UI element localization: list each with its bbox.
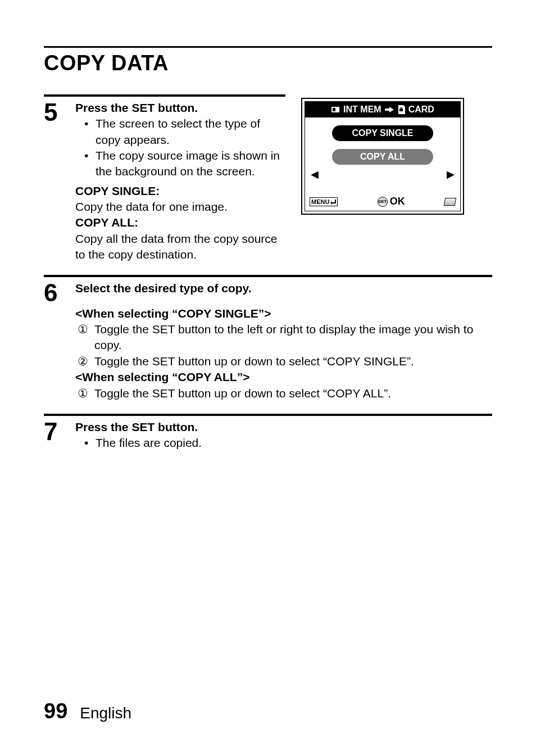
- step-5-left: 5 Press the SET button. • The screen to …: [44, 94, 285, 262]
- lcd-option-copy-all: COPY ALL: [332, 149, 433, 165]
- bullet-icon: •: [84, 116, 90, 148]
- bullet-icon: •: [84, 435, 90, 451]
- step-6-heading: Select the desired type of copy.: [75, 280, 492, 296]
- bullet-icon: •: [84, 148, 90, 180]
- step-5-wrap: 5 Press the SET button. • The screen to …: [44, 94, 492, 262]
- step-5-body: Press the SET button. • The screen to se…: [75, 100, 285, 262]
- step-6-sub-1-item-2-text: Toggle the SET button up or down to sele…: [94, 354, 414, 369]
- step-6-number: 6: [44, 280, 62, 305]
- corner-indicator-icon: [444, 198, 456, 206]
- copy-all-label: COPY ALL:: [75, 215, 285, 230]
- step-6-sub-1-item-1: ① Toggle the SET button to the left or r…: [75, 322, 492, 354]
- step-7-body: Press the SET button. • The files are co…: [75, 419, 492, 451]
- lcd-arrows: ◀ ▶: [305, 168, 460, 180]
- step-5-heading: Press the SET button.: [75, 100, 285, 116]
- arrow-right-icon: [385, 106, 394, 113]
- step-6-body: Select the desired type of copy. <When s…: [75, 280, 492, 401]
- lcd-header: INT MEM CARD: [305, 102, 460, 117]
- svg-rect-1: [333, 108, 335, 111]
- step-5: 5 Press the SET button. • The screen to …: [44, 100, 285, 262]
- int-mem-icon: [331, 106, 340, 114]
- rule-step-6: [44, 275, 492, 277]
- spacer: [75, 297, 492, 306]
- lcd-header-right: CARD: [408, 105, 434, 115]
- circled-2-icon: ②: [76, 354, 89, 369]
- triangle-left-icon: ◀: [311, 168, 319, 180]
- step-7-bullet-1: • The files are copied.: [75, 435, 492, 451]
- page-language: English: [80, 704, 131, 722]
- svg-rect-3: [401, 107, 402, 109]
- step-6-sub-2-item-1: ① Toggle the SET button up or down to se…: [75, 386, 492, 401]
- step-6-sub-1-item-1-text: Toggle the SET button to the left or rig…: [94, 322, 492, 354]
- step-5-definitions: COPY SINGLE: Copy the data for one image…: [75, 183, 285, 263]
- step-6-sub-2-item-1-text: Toggle the SET button up or down to sele…: [94, 386, 391, 401]
- sd-card-icon: [397, 105, 405, 114]
- circled-1-icon: ①: [76, 386, 89, 401]
- step-5-bullet-1-text: The screen to select the type of copy ap…: [96, 116, 285, 148]
- menu-label: MENU: [311, 198, 329, 205]
- back-arrow-icon: [330, 199, 336, 205]
- page-title: COPY DATA: [44, 51, 492, 75]
- step-7-number: 7: [44, 419, 62, 444]
- copy-all-text: Copy all the data from the copy source t…: [75, 231, 285, 263]
- set-icon: SET: [378, 197, 388, 207]
- circled-1-icon: ①: [76, 322, 89, 354]
- step-6-sub-2: <When selecting “COPY ALL”>: [75, 369, 492, 385]
- step-7-bullet-1-text: The files are copied.: [96, 435, 202, 451]
- menu-badge: MENU: [310, 197, 338, 206]
- ok-label: OK: [390, 196, 405, 207]
- page-number: 99: [44, 699, 67, 723]
- lcd-footer: MENU SET OK: [305, 196, 460, 207]
- step-5-bullet-1: • The screen to select the type of copy …: [75, 116, 285, 148]
- step-5-bullet-2-text: The copy source image is shown in the ba…: [96, 148, 285, 180]
- lcd-option-copy-single: COPY SINGLE: [332, 125, 433, 141]
- step-7-heading: Press the SET button.: [75, 419, 492, 435]
- step-6-sub-1-item-2: ② Toggle the SET button up or down to se…: [75, 354, 492, 369]
- step-5-bullet-2: • The copy source image is shown in the …: [75, 148, 285, 180]
- triangle-right-icon: ▶: [447, 168, 455, 180]
- ok-group: SET OK: [378, 196, 405, 207]
- step-6: 6 Select the desired type of copy. <When…: [44, 280, 492, 401]
- lcd-screen: INT MEM CARD COPY SINGLE COPY ALL ◀ ▶: [301, 98, 464, 215]
- rule-step-7: [44, 414, 492, 416]
- copy-single-text: Copy the data for one image.: [75, 199, 285, 215]
- rule-step-5: [44, 94, 285, 97]
- copy-single-label: COPY SINGLE:: [75, 183, 285, 199]
- manual-page: COPY DATA 5 Press the SET button. • The …: [0, 0, 536, 485]
- step-6-sub-1: <When selecting “COPY SINGLE”>: [75, 306, 492, 322]
- page-footer: 99 English: [44, 699, 131, 723]
- step-5-number: 5: [44, 100, 62, 125]
- lcd-inner: INT MEM CARD COPY SINGLE COPY ALL ◀ ▶: [305, 101, 461, 211]
- lcd-header-left: INT MEM: [343, 105, 381, 115]
- step-7: 7 Press the SET button. • The files are …: [44, 419, 492, 451]
- top-rule: [44, 46, 492, 48]
